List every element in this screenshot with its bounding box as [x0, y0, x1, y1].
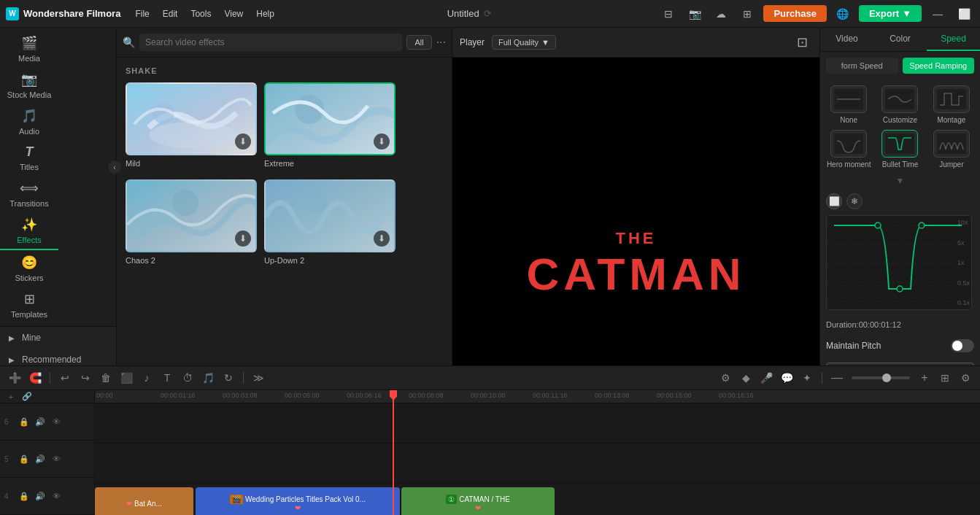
app-logo: W Wondershare Filmora	[6, 7, 120, 20]
mild-download-badge[interactable]: ⬇	[235, 133, 251, 150]
tab-effects[interactable]: ✨ Effects	[0, 212, 58, 250]
undo-btn[interactable]: ↩	[56, 369, 74, 387]
curve-y-labels: 10x 5x 1x 0.5x 0.1x	[956, 216, 971, 309]
zoom-handle[interactable]	[882, 373, 891, 382]
clip-wedding[interactable]: 🎬 Wedding Particles Titles Pack Vol 0...…	[196, 487, 400, 515]
ripple-btn[interactable]: ⚙	[717, 369, 734, 387]
delete-btn[interactable]: 🗑	[97, 369, 115, 387]
tab-audio[interactable]: 🎵 Audio	[0, 104, 58, 140]
menu-help[interactable]: Help	[250, 6, 280, 22]
right-tab-speed[interactable]: Speed	[927, 28, 980, 51]
lock-5-btn[interactable]: 🔒	[18, 452, 31, 465]
subtitle-btn[interactable]: 💬	[778, 369, 795, 387]
rotate-btn[interactable]: ↻	[220, 369, 237, 387]
preview-expand-icon[interactable]: ⊡	[792, 32, 812, 53]
tab-stock[interactable]: 📷 Stock Media	[0, 67, 58, 104]
zoom-in-btn[interactable]: +	[916, 369, 933, 387]
effect-card-chaos[interactable]: ⬇ Chaos 2	[126, 179, 257, 265]
subtab-speed-ramping[interactable]: Speed Ramping	[903, 58, 975, 74]
subtab-form-speed[interactable]: form Speed	[826, 58, 898, 74]
preset-montage[interactable]: Montage	[929, 85, 974, 124]
audio-5-btn[interactable]: 🔊	[34, 452, 47, 465]
text-btn[interactable]: T	[158, 369, 176, 387]
more-btn[interactable]: ≫	[250, 369, 267, 387]
track-5	[95, 444, 980, 484]
ai-btn[interactable]: ✦	[798, 369, 816, 387]
menu-edit[interactable]: Edit	[157, 6, 184, 22]
link-btn[interactable]: 🔗	[20, 390, 34, 403]
language-btn[interactable]: 🌐	[833, 4, 853, 24]
zoom-slider[interactable]	[852, 376, 910, 379]
window-maximize-btn[interactable]: ⬜	[954, 4, 974, 24]
quality-select[interactable]: Full Quality ▼	[492, 35, 556, 50]
snowflake-btn[interactable]: ❄	[846, 193, 863, 209]
preset-bullet-label: Bullet Time	[882, 160, 918, 169]
templates-icon: ⊞	[24, 291, 35, 307]
clip-catman[interactable]: ① CATMAN / THE ❤	[401, 487, 555, 515]
effect-thumb-mild: ⬇	[126, 82, 257, 155]
right-tab-video[interactable]: Video	[820, 28, 873, 51]
mic-btn[interactable]: 🎤	[757, 369, 775, 387]
more-options-btn[interactable]: ···	[436, 36, 446, 49]
updown-download-badge[interactable]: ⬇	[374, 231, 390, 247]
purchase-button[interactable]: Purchase	[763, 5, 827, 22]
extreme-download-badge[interactable]: ⬇	[374, 133, 390, 150]
view-mode-btn[interactable]: ⊞	[936, 369, 954, 387]
effect-card-mild[interactable]: ⬇ Mild	[126, 82, 257, 168]
timer-btn[interactable]: ⏱	[179, 369, 196, 387]
preset-bullet-time[interactable]: Bullet Time	[877, 130, 922, 169]
screenshot-btn[interactable]: 📷	[684, 4, 705, 24]
playhead[interactable]	[393, 390, 394, 515]
ruler-5: 00:00:08:08	[409, 392, 444, 399]
maintain-pitch-toggle[interactable]	[951, 339, 974, 352]
audio2-btn[interactable]: 🎵	[199, 369, 217, 387]
montage-curve-svg	[937, 89, 966, 109]
filter-all-button[interactable]: All	[406, 35, 431, 50]
search-input[interactable]	[139, 34, 402, 51]
effect-card-updown[interactable]: ⬇ Up-Down 2	[264, 179, 396, 265]
tab-stock-label: Stock Media	[7, 90, 52, 99]
preset-none[interactable]: None	[826, 85, 871, 124]
eye-5-btn[interactable]: 👁	[50, 452, 63, 465]
audio-btn[interactable]: ♪	[138, 369, 155, 387]
menu-view[interactable]: View	[218, 6, 249, 22]
tab-media[interactable]: 🎬 Media	[0, 31, 58, 67]
marker-btn[interactable]: ◆	[737, 369, 755, 387]
crop-btn[interactable]: ⬛	[117, 369, 135, 387]
grid-btn[interactable]: ⊞	[737, 4, 757, 24]
eye-4-btn[interactable]: 👁	[50, 489, 63, 503]
minimize-btn[interactable]: ⊟	[658, 4, 679, 24]
tab-transitions[interactable]: ⟺ Transitions	[0, 176, 58, 212]
export-button[interactable]: Export ▼	[859, 5, 922, 22]
tab-titles[interactable]: T Titles	[0, 140, 58, 176]
tab-templates[interactable]: ⊞ Templates	[0, 287, 58, 323]
preset-hero-moment[interactable]: Hero moment	[826, 130, 871, 169]
curve-canvas[interactable]: 10x 5x 1x 0.5x 0.1x	[826, 215, 972, 310]
magnet-btn[interactable]: 🧲	[26, 369, 44, 387]
preset-jumper[interactable]: Jumper	[929, 130, 974, 169]
menu-tools[interactable]: Tools	[185, 6, 217, 22]
effect-card-extreme[interactable]: ⬇ Extreme	[264, 82, 396, 168]
preset-customize[interactable]: Customize	[877, 85, 922, 124]
presets-expand[interactable]: ▼	[820, 174, 980, 187]
zoom-out-btn[interactable]: —	[828, 369, 846, 387]
sidebar-collapse-btn[interactable]: ‹	[108, 160, 121, 174]
settings-btn[interactable]: ⚙	[957, 369, 974, 387]
add-track-btn[interactable]: ➕	[6, 369, 23, 387]
eye-6-btn[interactable]: 👁	[50, 415, 63, 428]
right-tab-color[interactable]: Color	[873, 28, 927, 51]
tab-stickers[interactable]: 😊 Stickers	[0, 250, 58, 287]
freeze-frame-btn[interactable]: ⬜	[826, 193, 842, 209]
redo-btn[interactable]: ↪	[77, 369, 94, 387]
audio-4-btn[interactable]: 🔊	[34, 489, 47, 503]
lock-4-btn[interactable]: 🔒	[18, 489, 31, 503]
clip-bat[interactable]: ❤ Bat An...	[95, 487, 193, 515]
audio-6-btn[interactable]: 🔊	[34, 415, 47, 428]
chaos-download-badge[interactable]: ⬇	[235, 231, 251, 247]
sidebar-item-mine[interactable]: ▶ Mine	[0, 327, 116, 349]
menu-file[interactable]: File	[129, 6, 155, 22]
lock-6-btn[interactable]: 🔒	[18, 415, 31, 428]
add-clip-btn[interactable]: +	[4, 390, 18, 403]
cloud-btn[interactable]: ☁	[711, 4, 731, 24]
window-minimize-btn[interactable]: —	[927, 4, 948, 24]
